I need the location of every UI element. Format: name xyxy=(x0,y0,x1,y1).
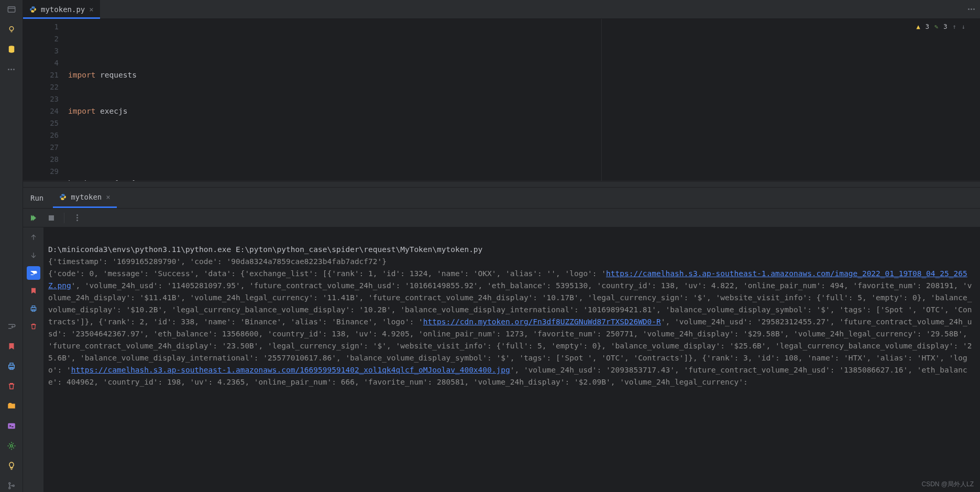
svg-point-11 xyxy=(32,7,32,7)
run-toolbar-more-icon[interactable] xyxy=(72,213,82,223)
svg-point-12 xyxy=(34,11,34,12)
down-stack-icon[interactable] xyxy=(27,248,40,262)
settings-icon[interactable] xyxy=(5,440,18,452)
editor-tabs: mytoken.py × xyxy=(23,0,980,19)
python-file-icon xyxy=(29,6,37,13)
bookmark-icon[interactable] xyxy=(5,340,18,353)
terminal-tool-icon[interactable] xyxy=(5,420,18,432)
svg-point-14 xyxy=(63,199,64,200)
up-stack-icon[interactable] xyxy=(27,231,40,244)
editor-tabs-more-icon[interactable] xyxy=(963,0,980,18)
vcs-icon[interactable] xyxy=(5,479,18,492)
printer-icon[interactable] xyxy=(5,360,18,373)
svg-rect-0 xyxy=(8,7,15,13)
soft-wrap-toggle[interactable] xyxy=(27,266,40,280)
rerun-button[interactable] xyxy=(28,213,39,223)
run-tab-close-icon[interactable]: × xyxy=(106,193,110,201)
console-output[interactable]: D:\miniconda3\envs\python3.11\python.exe… xyxy=(44,227,980,492)
svg-rect-4 xyxy=(10,363,13,365)
aiassist-icon[interactable] xyxy=(5,23,18,36)
run-panel-title: Run xyxy=(23,188,53,208)
scroll-to-end-icon[interactable] xyxy=(27,284,40,298)
tab-mytoken[interactable]: mytoken.py × xyxy=(23,0,100,18)
svg-rect-6 xyxy=(8,423,15,429)
run-side-toolbar xyxy=(23,227,44,492)
console-command: D:\miniconda3\envs\python3.11\python.exe… xyxy=(48,245,482,254)
run-panel-tabs: Run mytoken × xyxy=(23,188,980,209)
console-link[interactable]: https://camelhash.s3.ap-southeast-1.amaz… xyxy=(71,366,510,374)
tab-label: mytoken.py xyxy=(41,5,85,14)
editor[interactable]: ▲3 ✎3 ↑ ↓ 1 2 3 4 21 22 23 24 25 26 27 2… xyxy=(23,19,980,181)
trash-icon[interactable] xyxy=(5,380,18,392)
tab-close-icon[interactable]: × xyxy=(89,5,93,14)
console-line: {'code': 0, 'message': 'Success', 'data'… xyxy=(48,269,972,386)
svg-point-1 xyxy=(9,27,14,31)
code-area[interactable]: ❯ import requests import execjs headers … xyxy=(68,19,980,181)
svg-point-8 xyxy=(8,483,10,484)
console-link[interactable]: https://cdn.mytoken.org/Fn3df8UZZGNuWd87… xyxy=(423,318,661,326)
gutter: 1 2 3 4 21 22 23 24 25 26 27 28 29 xyxy=(23,19,68,181)
svg-point-9 xyxy=(8,487,10,489)
run-tab-label: mytoken xyxy=(71,193,102,201)
stop-button[interactable] xyxy=(46,213,57,223)
folder-tool-icon[interactable] xyxy=(5,400,18,412)
right-margin xyxy=(601,19,602,181)
svg-point-10 xyxy=(13,485,14,487)
svg-point-7 xyxy=(10,445,13,447)
tips-icon[interactable] xyxy=(5,460,18,472)
run-toolbar xyxy=(23,209,980,227)
svg-rect-17 xyxy=(32,306,35,308)
clear-all-icon[interactable] xyxy=(27,320,40,333)
soft-wrap-icon[interactable] xyxy=(5,320,18,333)
left-tool-strip xyxy=(0,0,23,492)
more-tools-icon[interactable] xyxy=(5,63,18,75)
svg-rect-15 xyxy=(49,215,54,221)
console-line: {'timestamp': '1699165289790', 'code': '… xyxy=(48,257,387,266)
database-tool-icon[interactable] xyxy=(5,43,18,56)
project-tool-icon[interactable] xyxy=(5,3,18,16)
splitter[interactable] xyxy=(23,181,980,188)
svg-point-13 xyxy=(62,194,62,195)
run-tab-mytoken[interactable]: mytoken × xyxy=(53,188,116,208)
python-file-icon xyxy=(59,193,67,201)
print-icon[interactable] xyxy=(27,302,40,315)
